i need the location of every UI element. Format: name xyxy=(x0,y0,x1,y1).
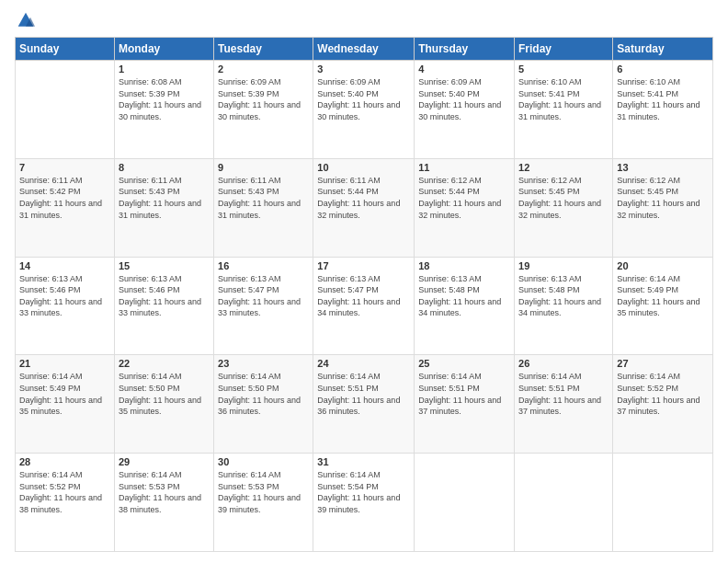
day-cell: 6Sunrise: 6:10 AMSunset: 5:41 PMDaylight… xyxy=(613,61,713,159)
day-number: 4 xyxy=(418,63,510,75)
week-row-4: 21Sunrise: 6:14 AMSunset: 5:49 PMDayligh… xyxy=(16,355,713,454)
day-number: 1 xyxy=(119,63,210,75)
col-header-thursday: Thursday xyxy=(415,38,515,61)
day-info: Sunrise: 6:14 AMSunset: 5:52 PMDaylight:… xyxy=(617,371,709,417)
day-info: Sunrise: 6:13 AMSunset: 5:46 PMDaylight:… xyxy=(19,273,110,319)
day-info: Sunrise: 6:14 AMSunset: 5:53 PMDaylight:… xyxy=(218,469,309,515)
day-cell xyxy=(415,454,515,552)
day-number: 15 xyxy=(119,260,210,271)
week-row-2: 7Sunrise: 6:11 AMSunset: 5:42 PMDaylight… xyxy=(16,158,713,257)
day-number: 7 xyxy=(19,162,110,173)
day-number: 12 xyxy=(518,162,609,173)
col-header-saturday: Saturday xyxy=(613,38,713,61)
day-cell: 18Sunrise: 6:13 AMSunset: 5:48 PMDayligh… xyxy=(415,257,515,355)
day-number: 14 xyxy=(19,260,110,271)
day-info: Sunrise: 6:09 AMSunset: 5:39 PMDaylight:… xyxy=(218,76,309,122)
day-cell: 17Sunrise: 6:13 AMSunset: 5:47 PMDayligh… xyxy=(313,257,415,355)
day-info: Sunrise: 6:09 AMSunset: 5:40 PMDaylight:… xyxy=(418,76,510,122)
day-info: Sunrise: 6:13 AMSunset: 5:47 PMDaylight:… xyxy=(218,273,309,319)
week-row-5: 28Sunrise: 6:14 AMSunset: 5:52 PMDayligh… xyxy=(16,454,713,552)
day-number: 21 xyxy=(19,358,110,369)
col-header-wednesday: Wednesday xyxy=(313,38,415,61)
day-info: Sunrise: 6:14 AMSunset: 5:52 PMDaylight:… xyxy=(19,469,110,515)
day-number: 3 xyxy=(317,63,410,75)
day-info: Sunrise: 6:12 AMSunset: 5:45 PMDaylight:… xyxy=(518,175,609,221)
day-cell: 20Sunrise: 6:14 AMSunset: 5:49 PMDayligh… xyxy=(613,257,713,355)
day-number: 8 xyxy=(119,162,210,173)
day-number: 26 xyxy=(518,358,609,369)
day-cell: 3Sunrise: 6:09 AMSunset: 5:40 PMDaylight… xyxy=(313,61,415,159)
day-cell: 30Sunrise: 6:14 AMSunset: 5:53 PMDayligh… xyxy=(214,454,313,552)
day-info: Sunrise: 6:13 AMSunset: 5:47 PMDaylight:… xyxy=(317,273,410,319)
day-cell: 4Sunrise: 6:09 AMSunset: 5:40 PMDaylight… xyxy=(415,61,515,159)
week-row-1: 1Sunrise: 6:08 AMSunset: 5:39 PMDaylight… xyxy=(16,61,713,159)
day-number: 2 xyxy=(218,63,309,75)
day-number: 19 xyxy=(518,260,609,271)
day-number: 5 xyxy=(518,63,609,75)
day-cell: 29Sunrise: 6:14 AMSunset: 5:53 PMDayligh… xyxy=(114,454,213,552)
day-number: 17 xyxy=(317,260,410,271)
day-cell: 16Sunrise: 6:13 AMSunset: 5:47 PMDayligh… xyxy=(214,257,313,355)
day-number: 16 xyxy=(218,260,309,271)
day-number: 10 xyxy=(317,162,410,173)
day-cell xyxy=(515,454,613,552)
day-info: Sunrise: 6:14 AMSunset: 5:53 PMDaylight:… xyxy=(119,469,210,515)
day-cell xyxy=(613,454,713,552)
day-cell: 2Sunrise: 6:09 AMSunset: 5:39 PMDaylight… xyxy=(214,61,313,159)
day-number: 11 xyxy=(418,162,510,173)
day-info: Sunrise: 6:14 AMSunset: 5:51 PMDaylight:… xyxy=(418,371,510,417)
day-info: Sunrise: 6:10 AMSunset: 5:41 PMDaylight:… xyxy=(617,76,709,122)
day-cell: 22Sunrise: 6:14 AMSunset: 5:50 PMDayligh… xyxy=(114,355,213,454)
day-cell: 8Sunrise: 6:11 AMSunset: 5:43 PMDaylight… xyxy=(114,158,213,257)
day-info: Sunrise: 6:13 AMSunset: 5:48 PMDaylight:… xyxy=(418,273,510,319)
day-cell: 27Sunrise: 6:14 AMSunset: 5:52 PMDayligh… xyxy=(613,355,713,454)
day-number: 27 xyxy=(617,358,709,369)
day-info: Sunrise: 6:14 AMSunset: 5:49 PMDaylight:… xyxy=(19,371,110,417)
day-cell: 28Sunrise: 6:14 AMSunset: 5:52 PMDayligh… xyxy=(16,454,115,552)
day-cell: 15Sunrise: 6:13 AMSunset: 5:46 PMDayligh… xyxy=(114,257,213,355)
day-cell: 5Sunrise: 6:10 AMSunset: 5:41 PMDaylight… xyxy=(515,61,613,159)
day-cell: 1Sunrise: 6:08 AMSunset: 5:39 PMDaylight… xyxy=(114,61,213,159)
day-cell xyxy=(16,61,115,159)
day-cell: 31Sunrise: 6:14 AMSunset: 5:54 PMDayligh… xyxy=(313,454,415,552)
day-number: 13 xyxy=(617,162,709,173)
col-header-sunday: Sunday xyxy=(16,38,115,61)
day-info: Sunrise: 6:14 AMSunset: 5:51 PMDaylight:… xyxy=(317,371,410,417)
day-cell: 21Sunrise: 6:14 AMSunset: 5:49 PMDayligh… xyxy=(16,355,115,454)
day-number: 22 xyxy=(119,358,210,369)
day-number: 18 xyxy=(418,260,510,271)
col-header-tuesday: Tuesday xyxy=(214,38,313,61)
day-info: Sunrise: 6:14 AMSunset: 5:50 PMDaylight:… xyxy=(218,371,309,417)
day-cell: 25Sunrise: 6:14 AMSunset: 5:51 PMDayligh… xyxy=(415,355,515,454)
header-row: SundayMondayTuesdayWednesdayThursdayFrid… xyxy=(16,38,713,61)
day-cell: 13Sunrise: 6:12 AMSunset: 5:45 PMDayligh… xyxy=(613,158,713,257)
day-number: 20 xyxy=(617,260,709,271)
day-info: Sunrise: 6:14 AMSunset: 5:54 PMDaylight:… xyxy=(317,469,410,515)
day-number: 25 xyxy=(418,358,510,369)
page: SundayMondayTuesdayWednesdayThursdayFrid… xyxy=(0,0,728,563)
header xyxy=(15,11,713,29)
day-info: Sunrise: 6:12 AMSunset: 5:44 PMDaylight:… xyxy=(418,175,510,221)
day-info: Sunrise: 6:11 AMSunset: 5:42 PMDaylight:… xyxy=(19,175,110,221)
col-header-monday: Monday xyxy=(114,38,213,61)
week-row-3: 14Sunrise: 6:13 AMSunset: 5:46 PMDayligh… xyxy=(16,257,713,355)
day-cell: 19Sunrise: 6:13 AMSunset: 5:48 PMDayligh… xyxy=(515,257,613,355)
day-info: Sunrise: 6:12 AMSunset: 5:45 PMDaylight:… xyxy=(617,175,709,221)
day-info: Sunrise: 6:14 AMSunset: 5:51 PMDaylight:… xyxy=(518,371,609,417)
day-info: Sunrise: 6:11 AMSunset: 5:43 PMDaylight:… xyxy=(119,175,210,221)
day-number: 9 xyxy=(218,162,309,173)
day-info: Sunrise: 6:09 AMSunset: 5:40 PMDaylight:… xyxy=(317,76,410,122)
day-number: 6 xyxy=(617,63,709,75)
day-number: 31 xyxy=(317,456,410,467)
col-header-friday: Friday xyxy=(515,38,613,61)
day-number: 28 xyxy=(19,456,110,467)
logo-icon xyxy=(17,11,35,29)
day-cell: 11Sunrise: 6:12 AMSunset: 5:44 PMDayligh… xyxy=(415,158,515,257)
day-cell: 14Sunrise: 6:13 AMSunset: 5:46 PMDayligh… xyxy=(16,257,115,355)
day-info: Sunrise: 6:11 AMSunset: 5:43 PMDaylight:… xyxy=(218,175,309,221)
day-cell: 10Sunrise: 6:11 AMSunset: 5:44 PMDayligh… xyxy=(313,158,415,257)
day-cell: 9Sunrise: 6:11 AMSunset: 5:43 PMDaylight… xyxy=(214,158,313,257)
day-cell: 12Sunrise: 6:12 AMSunset: 5:45 PMDayligh… xyxy=(515,158,613,257)
day-cell: 26Sunrise: 6:14 AMSunset: 5:51 PMDayligh… xyxy=(515,355,613,454)
day-info: Sunrise: 6:14 AMSunset: 5:50 PMDaylight:… xyxy=(119,371,210,417)
